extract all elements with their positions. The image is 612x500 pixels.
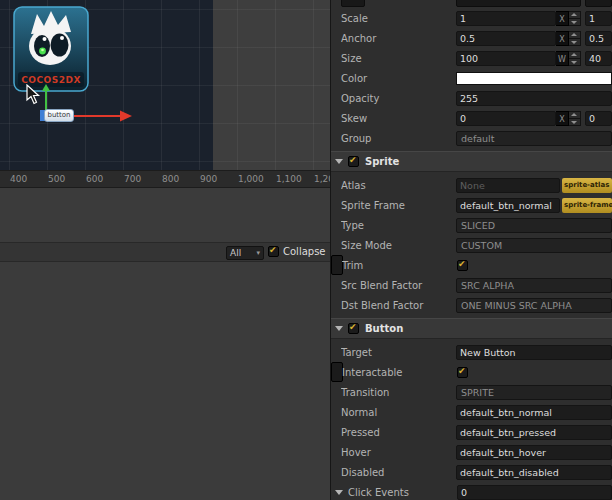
inspector-row-interactable: Interactable✔ [331, 362, 343, 382]
field-label: Hover [341, 447, 456, 458]
type-select[interactable]: SLICED [456, 218, 612, 233]
control-area: 0.5X0.5 [456, 31, 612, 46]
field-label: Interactable [342, 367, 457, 378]
field-label: Dst Blend Factor [341, 300, 456, 311]
sprite-enabled-checkbox[interactable]: ✔ [348, 156, 359, 167]
filter-dropdown-value: All [230, 248, 241, 258]
inspector-row-normal: Normaldefault_btn_normal [331, 402, 612, 422]
click-events-count-input[interactable]: 0 [457, 485, 612, 500]
scale-input-1[interactable]: 1 [456, 11, 556, 26]
button-enabled-checkbox[interactable]: ✔ [348, 323, 359, 334]
scene-view[interactable]: COCOS2DX button [0, 0, 330, 170]
size-input-1[interactable]: 100 [456, 51, 556, 66]
size-mode-select[interactable]: CUSTOM [456, 238, 612, 253]
mascot-eye-right [51, 34, 69, 57]
trim-checkbox[interactable]: ✔ [457, 260, 468, 271]
timeline-panel: All ▾ ✔ Collapse [0, 188, 330, 500]
inspector-row-dst-blend-factor: Dst Blend FactorONE MINUS SRC ALPHA [331, 295, 612, 315]
ruler-tick-label: 400 [10, 174, 27, 184]
partial-input[interactable] [585, 0, 612, 7]
field-label: Size Mode [341, 240, 456, 251]
axis-badge: W [556, 51, 569, 66]
partial-control[interactable] [341, 0, 365, 7]
inspector-row-scale: Scale1X1 [331, 8, 612, 28]
fold-arrow-icon[interactable] [335, 490, 343, 495]
number-spinner[interactable] [569, 31, 581, 46]
button-node[interactable]: button [44, 109, 74, 122]
dst-blend-factor-select[interactable]: ONE MINUS SRC ALPHA [456, 298, 612, 313]
ruler-tick-label: 1,200 [314, 174, 330, 184]
filter-dropdown[interactable]: All ▾ [226, 246, 264, 260]
ruler-tick-label: 800 [162, 174, 179, 184]
control-area: default [456, 131, 612, 146]
normal-input[interactable]: default_btn_normal [456, 405, 612, 420]
pressed-input[interactable]: default_btn_pressed [456, 425, 612, 440]
inspector-row-hover: Hoverdefault_btn_hover [331, 442, 612, 462]
section-title: Sprite [365, 156, 399, 167]
spinner-up-icon[interactable] [569, 32, 580, 39]
collapse-checkbox[interactable]: ✔ [268, 246, 279, 257]
fold-arrow-icon[interactable] [335, 326, 343, 331]
anchor-input-2[interactable]: 0.5 [585, 31, 612, 46]
ruler-tick-label: 700 [124, 174, 141, 184]
src-blend-factor-select[interactable]: SRC ALPHA [456, 278, 612, 293]
scale-input-2[interactable]: 1 [585, 11, 612, 26]
partial-input[interactable] [456, 0, 581, 7]
inspector-row-anchor: Anchor0.5X0.5 [331, 28, 612, 48]
inspector-panel: Scale1X1Anchor0.5X0.5Size100W40ColorOpac… [330, 0, 612, 500]
spinner-down-icon[interactable] [569, 39, 580, 45]
field-label: Atlas [341, 180, 456, 191]
eye-highlight [60, 36, 64, 40]
cocos-logo-sprite[interactable]: COCOS2DX [13, 6, 89, 92]
control-area: 255 [456, 91, 612, 106]
collapse-option: ✔ Collapse [268, 246, 326, 257]
pupil-glint [41, 49, 44, 52]
chevron-down-icon: ▾ [256, 249, 260, 257]
opacity-input[interactable]: 255 [456, 91, 612, 106]
interactable-checkbox[interactable]: ✔ [457, 367, 468, 378]
check-icon: ✔ [349, 155, 357, 166]
control-area: New Button [456, 345, 612, 360]
check-icon: ✔ [269, 245, 277, 256]
size-input-2[interactable]: 40 [585, 51, 612, 66]
control-area: default_btn_pressed [456, 425, 612, 440]
inspector-row-skew: Skew0X0 [331, 108, 612, 128]
spinner-down-icon[interactable] [569, 19, 580, 25]
hover-input[interactable]: default_btn_hover [456, 445, 612, 460]
atlas-asset-field[interactable]: None [456, 178, 560, 193]
color-swatch[interactable] [456, 72, 612, 85]
group-select[interactable]: default [456, 131, 612, 146]
target-input[interactable]: New Button [456, 345, 612, 360]
disabled-input[interactable]: default_btn_disabled [456, 465, 612, 480]
control-area: SLICED [456, 218, 612, 233]
axis-badge: X [556, 11, 569, 26]
number-spinner[interactable] [569, 111, 581, 126]
skew-input-1[interactable]: 0 [456, 111, 556, 126]
editor-window: COCOS2DX button 4005006007008009001,0001… [0, 0, 612, 500]
transition-select[interactable]: SPRITE [456, 385, 612, 400]
field-label: Color [341, 73, 456, 84]
control-area: 0 [457, 485, 612, 500]
asset-type-badge: sprite-frame [562, 198, 612, 213]
inspector-row-transition: TransitionSPRITE [331, 382, 612, 402]
number-spinner[interactable] [569, 11, 581, 26]
control-area: 1X1 [456, 11, 612, 26]
spinner-up-icon[interactable] [569, 52, 580, 59]
inspector-row-button: ✔Button [331, 318, 612, 339]
control-area: SPRITE [456, 385, 612, 400]
spinner-up-icon[interactable] [569, 12, 580, 19]
inspector-row-trim: Trim✔ [331, 255, 343, 275]
field-label: Src Blend Factor [341, 280, 456, 291]
left-panels: COCOS2DX button 4005006007008009001,0001… [0, 0, 330, 500]
inspector-row-click-events: Click Events0 [331, 482, 612, 500]
control-area [456, 72, 612, 85]
section-title: Button [365, 323, 403, 334]
fold-arrow-icon[interactable] [335, 159, 343, 164]
spinner-up-icon[interactable] [569, 112, 580, 119]
sprite-frame-asset-field[interactable]: default_btn_normal [456, 198, 560, 213]
spinner-down-icon[interactable] [569, 119, 580, 125]
anchor-input-1[interactable]: 0.5 [456, 31, 556, 46]
spinner-down-icon[interactable] [569, 59, 580, 65]
number-spinner[interactable] [569, 51, 581, 66]
skew-input-2[interactable]: 0 [585, 111, 612, 126]
